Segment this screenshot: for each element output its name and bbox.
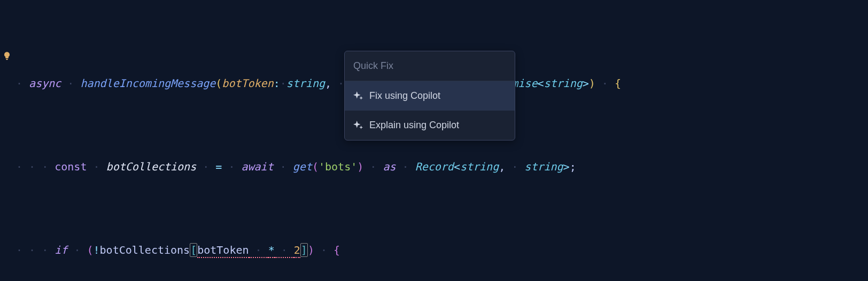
code-line[interactable]: · · · const · botCollections · = · await… (11, 157, 868, 177)
quickfix-header: Quick Fix (345, 51, 515, 81)
lightbulb-icon[interactable] (2, 51, 12, 61)
quickfix-item-label: Explain using Copilot (369, 116, 459, 135)
function-name: handleIncomingMessage (80, 77, 215, 90)
sparkle-icon (353, 121, 363, 130)
error-token: botToken (197, 244, 249, 258)
sparkle-icon (353, 91, 363, 101)
quickfix-explain-copilot[interactable]: Explain using Copilot (345, 111, 515, 140)
quickfix-item-label: Fix using Copilot (369, 87, 440, 105)
quickfix-fix-copilot[interactable]: Fix using Copilot (345, 81, 515, 111)
code-line[interactable]: · · · if · (!botCollections[botToken · *… (11, 240, 868, 261)
quickfix-popup: Quick Fix Fix using Copilot Explain usin… (344, 51, 515, 140)
keyword-async: async (29, 77, 61, 90)
